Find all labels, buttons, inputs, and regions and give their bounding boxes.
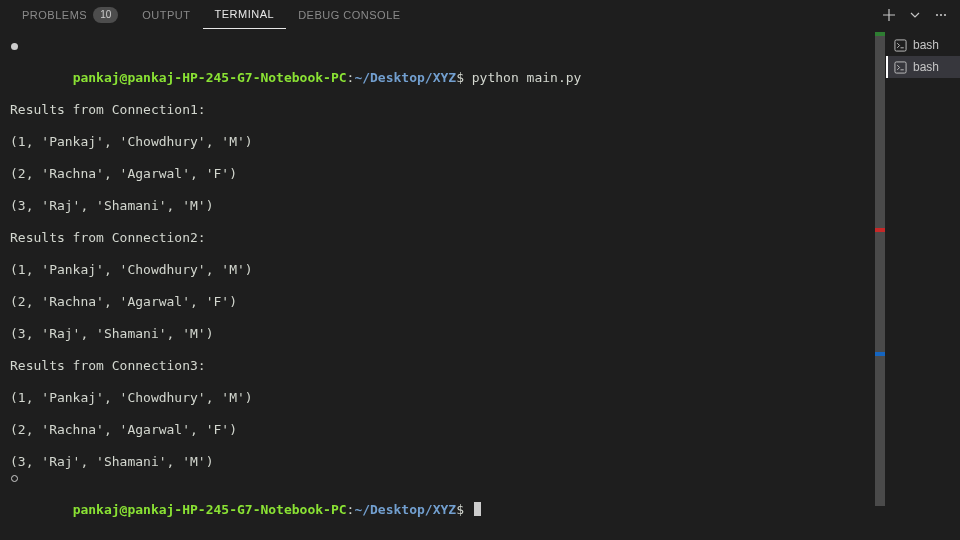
tab-debug-console[interactable]: Debug Console (286, 0, 412, 29)
ellipsis-icon (934, 8, 948, 22)
terminal-output-line (10, 118, 875, 134)
terminal-output-line (10, 310, 875, 326)
panel-body: pankaj@pankaj-HP-245-G7-Notebook-PC:~/De… (0, 30, 960, 540)
terminal-output-line (10, 374, 875, 390)
command-text: python main.py (472, 70, 582, 85)
tab-problems-label: Problems (22, 9, 87, 21)
scrollbar-mark (875, 228, 885, 232)
problems-count-badge: 10 (93, 7, 118, 23)
terminal-output-line: Results from Connection1: (10, 102, 875, 118)
terminal-output-line (10, 150, 875, 166)
terminal-session-label: bash (913, 38, 954, 52)
terminal-sessions-list: bashbash (885, 30, 960, 540)
panel-tabs: Problems 10 Output Terminal Debug Consol… (0, 0, 960, 30)
prompt-dollar: $ (456, 502, 464, 517)
terminal-output-line (10, 214, 875, 230)
terminal-output-line (10, 406, 875, 422)
terminal-line-prompt-2: pankaj@pankaj-HP-245-G7-Notebook-PC:~/De… (10, 470, 875, 534)
terminal-stdout: Results from Connection1: (1, 'Pankaj', … (10, 102, 875, 470)
scrollbar-track (875, 30, 885, 540)
terminal-session[interactable]: bash (886, 34, 960, 56)
svg-point-0 (936, 13, 938, 15)
terminal-output-line: (2, 'Rachna', 'Agarwal', 'F') (10, 166, 875, 182)
terminal-output-line (10, 182, 875, 198)
scrollbar-thumb[interactable] (875, 36, 885, 506)
terminal-output-line: (1, 'Pankaj', 'Chowdhury', 'M') (10, 262, 875, 278)
terminal-output-line: (3, 'Raj', 'Shamani', 'M') (10, 326, 875, 342)
terminal-output-line (10, 278, 875, 294)
new-terminal-button[interactable] (880, 6, 898, 24)
prompt-path: ~/Desktop/XYZ (354, 70, 456, 85)
scrollbar-mark (875, 32, 885, 36)
terminal-output-line: Results from Connection3: (10, 358, 875, 374)
tab-problems[interactable]: Problems 10 (10, 0, 130, 29)
scrollbar-mark (875, 352, 885, 356)
terminal-cursor (474, 502, 481, 516)
svg-rect-4 (895, 61, 906, 72)
tab-terminal[interactable]: Terminal (203, 0, 287, 29)
terminal-icon (894, 61, 907, 74)
tab-terminal-label: Terminal (215, 8, 275, 20)
chevron-down-icon (910, 10, 920, 20)
terminal-output-line: (3, 'Raj', 'Shamani', 'M') (10, 454, 875, 470)
command-status-icon (8, 40, 20, 52)
terminal-output-line: (3, 'Raj', 'Shamani', 'M') (10, 198, 875, 214)
prompt-user: pankaj@pankaj-HP-245-G7-Notebook-PC (73, 502, 347, 517)
panel-more-actions[interactable] (932, 6, 950, 24)
plus-icon (882, 8, 896, 22)
tab-output[interactable]: Output (130, 0, 202, 29)
terminal-launch-profile-dropdown[interactable] (908, 8, 922, 22)
terminal-output-line (10, 342, 875, 358)
terminal-output[interactable]: pankaj@pankaj-HP-245-G7-Notebook-PC:~/De… (0, 30, 885, 540)
terminal-output-line: (2, 'Rachna', 'Agarwal', 'F') (10, 422, 875, 438)
terminal-output-line: (2, 'Rachna', 'Agarwal', 'F') (10, 294, 875, 310)
terminal-scrollbar[interactable] (875, 30, 885, 540)
terminal-line-prompt-1: pankaj@pankaj-HP-245-G7-Notebook-PC:~/De… (10, 38, 875, 102)
terminal-output-line: Results from Connection2: (10, 230, 875, 246)
tab-debug-console-label: Debug Console (298, 9, 400, 21)
vscode-panel: Problems 10 Output Terminal Debug Consol… (0, 0, 960, 540)
command-status-icon (8, 472, 20, 484)
prompt-user: pankaj@pankaj-HP-245-G7-Notebook-PC (73, 70, 347, 85)
prompt-path: ~/Desktop/XYZ (354, 502, 456, 517)
svg-rect-3 (895, 39, 906, 50)
svg-point-1 (940, 13, 942, 15)
terminal-output-line (10, 246, 875, 262)
terminal-session[interactable]: bash (886, 56, 960, 78)
svg-point-2 (944, 13, 946, 15)
terminal-icon (894, 39, 907, 52)
terminal-output-line: (1, 'Pankaj', 'Chowdhury', 'M') (10, 134, 875, 150)
prompt-dollar: $ (456, 70, 464, 85)
tab-output-label: Output (142, 9, 190, 21)
terminal-output-line (10, 438, 875, 454)
panel-actions (880, 6, 950, 24)
terminal-session-label: bash (913, 60, 954, 74)
terminal-output-line: (1, 'Pankaj', 'Chowdhury', 'M') (10, 390, 875, 406)
